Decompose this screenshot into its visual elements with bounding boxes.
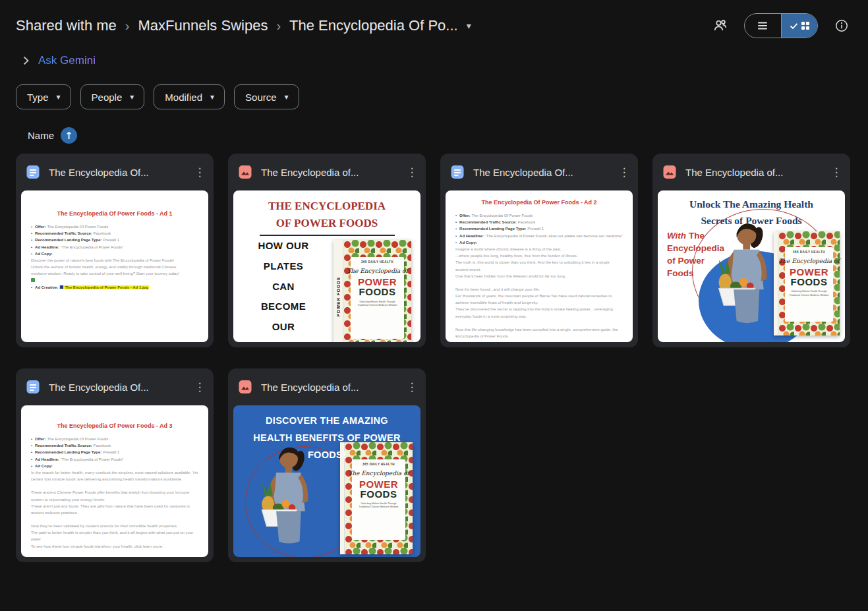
more-options-icon[interactable] [402,377,422,397]
breadcrumb-maxfunnels-swipes[interactable]: MaxFunnels Swipes [138,17,268,34]
image-file-icon [662,164,678,180]
grid-view-icon [801,22,809,30]
file-card[interactable]: The Encyclopedia Of... The Encyclopedia … [440,154,638,347]
file-card-header: The Encyclopedia of... [228,368,426,405]
file-card[interactable]: The Encyclopedia Of... The Encyclopedia … [16,368,214,562]
view-toggle [744,13,818,38]
topbar-actions [711,13,851,38]
file-thumbnail[interactable]: The Encyclopedia Of Power Foods - Ad 1 O… [21,190,208,342]
sort-row: Name [28,127,868,144]
ask-gemini-row: Ask Gemini [22,54,868,67]
ad-headline: DISCOVER THE AMAZING HEALTH BENEFITS OF … [233,412,420,463]
image-file-icon [237,379,253,395]
more-options-icon[interactable] [190,162,210,182]
file-card[interactable]: The Encyclopedia of... Unlock The Amazin… [652,154,850,347]
filter-modified[interactable]: Modified [154,84,225,109]
file-grid: The Encyclopedia Of... The Encyclopedia … [0,144,868,578]
file-card-header: The Encyclopedia of... [652,154,850,190]
more-options-icon[interactable] [190,377,210,397]
file-thumbnail[interactable]: DISCOVER THE AMAZING HEALTH BENEFITS OF … [233,405,420,557]
file-title: The Encyclopedia of... [261,382,394,393]
doc-heading: The Encyclopedia Of Power Foods - Ad 3 [31,422,198,429]
ad-subheadline: With The Encyclopedia of Power Foods [667,230,736,280]
breadcrumb-separator-icon [276,18,281,34]
file-title: The Encyclopedia Of... [473,167,606,178]
file-title: The Encyclopedia Of... [49,382,182,393]
google-docs-icon [25,164,41,180]
grid-view-button[interactable] [782,14,818,38]
file-thumbnail[interactable]: THE ENCYCLOPEDIA OF POWER FOODS HOW OUR … [233,190,420,342]
more-options-icon[interactable] [402,162,422,182]
file-chip-icon [60,285,63,289]
doc-preview: The Encyclopedia Of Power Foods - Ad 2 O… [446,190,633,342]
sort-ascending-icon[interactable] [61,127,77,144]
doc-heading: The Encyclopedia Of Power Foods - Ad 2 [455,199,623,206]
file-card-header: The Encyclopedia of... [228,154,426,190]
filter-chips: Type People Modified Source [16,84,868,109]
ad-headline: THE ENCYCLOPEDIA OF POWER FOODS [233,198,420,236]
more-options-icon[interactable] [826,162,846,182]
book-cover: POWER FOODS 365 DAILY HEALTH The Encyclo… [333,240,411,342]
file-thumbnail[interactable]: Unlock The Amazing Health Secrets of Pow… [658,190,845,342]
file-card[interactable]: The Encyclopedia of... THE ENCYCLOPEDIA … [228,154,426,347]
file-title: The Encyclopedia of... [685,167,819,178]
sort-by-name[interactable]: Name [28,130,54,141]
file-card-header: The Encyclopedia Of... [440,154,638,190]
folder-menu-caret-icon[interactable] [467,20,471,32]
manage-people-icon[interactable] [711,16,730,35]
doc-preview: The Encyclopedia Of Power Foods - Ad 1 O… [21,190,208,342]
breadcrumb-current-folder[interactable]: The Encyclopedia Of Po... [289,17,458,34]
filter-type[interactable]: Type [16,84,71,109]
google-docs-icon [449,164,465,180]
book-cover: 365 DAILY HEALTH The Encyclopedia of POW… [774,231,840,335]
more-options-icon[interactable] [614,162,634,182]
ad-headline: Unlock The Amazing Health Secrets of Pow… [658,196,845,229]
breadcrumb-shared-with-me[interactable]: Shared with me [16,17,117,34]
file-card-header: The Encyclopedia Of... [16,368,214,405]
file-thumbnail[interactable]: The Encyclopedia Of Power Foods - Ad 2 O… [446,190,633,342]
file-thumbnail[interactable]: The Encyclopedia Of Power Foods - Ad 3 O… [21,405,208,557]
info-icon[interactable] [832,16,851,35]
ask-gemini-link[interactable]: Ask Gemini [38,54,96,67]
expand-chevron-icon[interactable] [22,56,30,65]
file-card[interactable]: The Encyclopedia of... DISCOVER THE AMAZ… [228,368,426,562]
doc-preview: The Encyclopedia Of Power Foods - Ad 3 O… [21,405,208,557]
breadcrumb: Shared with me MaxFunnels Swipes The Enc… [16,17,711,34]
filter-people[interactable]: People [80,84,145,109]
ad-tagline: HOW OUR PLATES CAN BECOME OUR MEDICINE [233,236,333,342]
list-view-icon [757,21,768,30]
image-file-icon [237,164,253,180]
file-title: The Encyclopedia Of... [49,167,182,178]
leaf-emoji-icon [31,278,35,282]
doc-heading: The Encyclopedia Of Power Foods - Ad 1 [31,210,198,217]
file-card-header: The Encyclopedia Of... [16,154,214,190]
file-title: The Encyclopedia of... [261,167,394,178]
breadcrumb-separator-icon [125,18,130,34]
top-bar: Shared with me MaxFunnels Swipes The Enc… [0,0,868,38]
filter-source[interactable]: Source [234,84,299,109]
file-card[interactable]: The Encyclopedia Of... The Encyclopedia … [16,154,214,347]
check-icon [790,22,798,30]
list-view-button[interactable] [745,14,782,38]
google-docs-icon [25,379,41,395]
